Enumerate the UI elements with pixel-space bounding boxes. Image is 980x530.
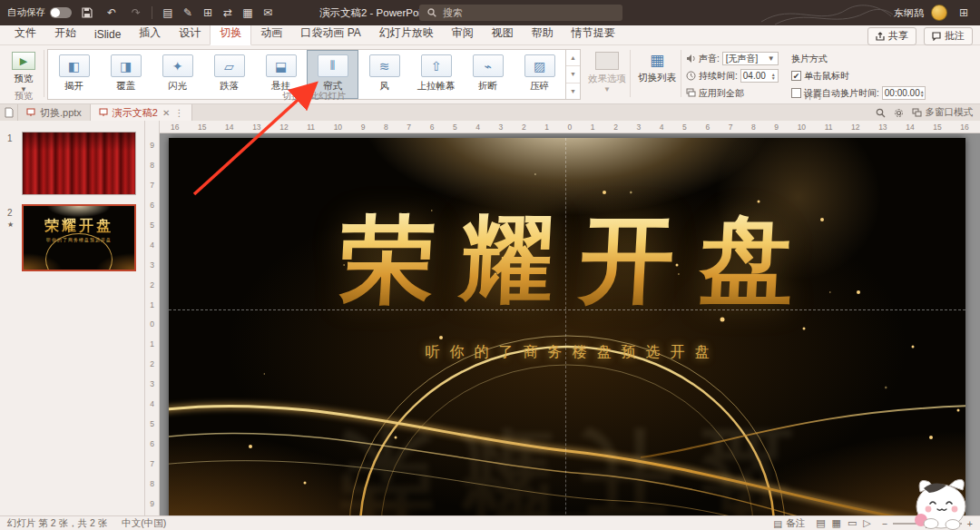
group-separator [630, 50, 631, 97]
group-label-gallery: 切换到此幻灯片 [47, 90, 581, 103]
gallery-scroll-down-icon[interactable]: ▼ [566, 66, 580, 83]
cat-sticker [906, 474, 978, 530]
window-title: 演示文稿2 - PowerPoint [319, 0, 429, 25]
reading-view-icon[interactable]: ▭ [848, 517, 857, 528]
notes-button[interactable]: ▤ 备注 [773, 517, 805, 530]
group-label-timing: 计时 [686, 90, 940, 103]
preview-icon: ▶ [12, 52, 35, 70]
slide-sorter-icon[interactable]: ▦ [832, 517, 841, 528]
duration-icon [686, 71, 696, 81]
doc-tab-tools: 多窗口模式 [876, 104, 980, 121]
on-mouse-click-checkbox[interactable]: ✔ 单击鼠标时 [791, 69, 941, 83]
smart-guide-vertical [565, 138, 566, 515]
document-tab-active[interactable]: 演示文稿2 ✕ ⋮ [91, 104, 193, 121]
advance-header: 换片方式 [791, 52, 941, 65]
transition-icon: ▱ [214, 54, 245, 77]
transition-icon: ⬓ [266, 54, 297, 77]
ribbon-display-options-icon[interactable]: ⊞ [955, 4, 973, 22]
vertical-ruler[interactable]: 9876543210123456789 [145, 121, 160, 515]
slideshow-icon[interactable]: ▷ [863, 517, 870, 528]
transition-icon: ✦ [162, 54, 193, 77]
save-icon[interactable] [78, 4, 96, 22]
multi-window-mode-button[interactable]: 多窗口模式 [912, 106, 974, 119]
language-indicator[interactable]: 中文(中国) [122, 517, 166, 530]
tab-actions: 共享 批注 [867, 27, 973, 45]
horizontal-ruler[interactable]: 1615141312111098765432101234567891011121… [160, 121, 980, 133]
ribbon-tab[interactable]: 审阅 [443, 23, 483, 44]
ribbon-tab[interactable]: iSlide [85, 25, 130, 44]
thumb-title: 荣耀开盘 [24, 217, 134, 236]
comment-icon [932, 32, 941, 41]
transition-icon: ▨ [524, 54, 555, 77]
slide-title-text[interactable]: 荣耀开盘 [169, 198, 965, 325]
slide-1-thumbnail[interactable] [22, 132, 136, 195]
slide-subtitle-text[interactable]: 听你的了商务楼盘预选开盘 [169, 343, 965, 362]
quick-access-icon[interactable]: ▦ [239, 4, 257, 22]
share-button[interactable]: 共享 [867, 27, 916, 45]
zoom-out-icon[interactable]: − [882, 518, 887, 529]
ribbon-tab[interactable]: 口袋动画 PA [291, 23, 369, 44]
slide-2-thumbnail[interactable]: 荣耀开盘 听你的了商务楼盘预选开盘 [22, 204, 136, 271]
quick-access-icon[interactable]: ▤ [159, 4, 177, 22]
gallery-scroll-up-icon[interactable]: ▲ [566, 50, 580, 66]
ribbon-tab[interactable]: 幻灯片放映 [370, 23, 443, 44]
ribbon-tab[interactable]: 设计 [170, 23, 210, 44]
quick-access-icon[interactable]: ✎ [179, 4, 197, 22]
group-label-preview: 预览 [0, 90, 47, 103]
thumb-subtitle: 听你的了商务楼盘预选开盘 [24, 237, 134, 242]
transition-icon: ◨ [111, 54, 142, 77]
settings-gear-icon[interactable] [894, 108, 904, 118]
redo-icon[interactable]: ↷ [127, 4, 145, 22]
slide-1-number: 1 [7, 133, 13, 143]
comments-button[interactable]: 批注 [924, 27, 973, 45]
ribbon-tab[interactable]: 动画 [251, 23, 291, 44]
horizontal-ruler-numbers: 1615141312111098765432101234567891011121… [160, 123, 980, 132]
transition-icon: ⇧ [421, 54, 452, 77]
effect-options-caret-icon: ▼ [603, 88, 611, 92]
user-name: 东纲鸹 [894, 6, 924, 20]
close-tab-icon[interactable]: ✕ [162, 108, 170, 118]
ribbon-tab[interactable]: 视图 [483, 23, 523, 44]
autosave-toggle[interactable]: 自动保存 [7, 6, 72, 19]
effect-options-button[interactable]: 效果选项 ▼ [586, 49, 628, 98]
quick-access-icon[interactable]: ⇄ [219, 4, 237, 22]
quick-access-toolbar: ▤✎⊞⇄▦✉ [159, 4, 277, 22]
quick-access-icon[interactable]: ✉ [259, 4, 277, 22]
slide-editing-area[interactable]: 荣耀开盘 荣耀开盘 听你的了商务楼盘预选开盘 [169, 138, 965, 515]
presentation-icon [26, 108, 35, 117]
normal-view-icon[interactable]: ▤ [816, 517, 825, 528]
sound-icon [686, 54, 696, 64]
slide-thumbnail-panel: 1 2 ★ 荣耀开盘 听你的了商务楼盘预选开盘 [0, 121, 145, 515]
ribbon-tab[interactable]: 开始 [45, 23, 85, 44]
document-tab-inactive[interactable]: 切换.pptx [18, 104, 91, 121]
ribbon-tab[interactable]: 帮助 [523, 23, 563, 44]
undo-icon[interactable]: ↶ [103, 4, 121, 22]
slide-counter: 幻灯片 第 2 张，共 2 张 [7, 517, 107, 530]
multi-window-icon [912, 108, 922, 118]
transition-list-icon: ▦ [650, 52, 664, 70]
ribbon-tab-row: 文件开始iSlide插入设计切换动画口袋动画 PA幻灯片放映审阅视图帮助情节提要 [0, 25, 980, 45]
ribbon-tab[interactable]: 情节提要 [563, 23, 624, 44]
ribbon-tab[interactable]: 文件 [5, 23, 45, 44]
view-switcher: ▤ ▦ ▭ ▷ [814, 517, 872, 529]
editing-canvas[interactable]: 荣耀开盘 荣耀开盘 听你的了商务楼盘预选开盘 [160, 133, 980, 515]
ribbon-tab[interactable]: 插入 [130, 23, 170, 44]
sound-select[interactable]: [无声音] ▼ [722, 52, 779, 65]
user-avatar[interactable] [931, 5, 947, 21]
status-bar: 幻灯片 第 2 张，共 2 张 中文(中国) ▤ 备注 ▤ ▦ ▭ ▷ − + [0, 515, 980, 530]
find-icon[interactable] [876, 108, 886, 118]
spinner-icon[interactable]: ▲▼ [771, 73, 776, 80]
transition-list-button[interactable]: ▦ 切换列表 [635, 49, 679, 98]
file-icon[interactable] [0, 104, 18, 121]
transition-icon: ⌁ [473, 54, 504, 77]
search-input[interactable]: 搜索 [419, 5, 622, 21]
autosave-switch-icon[interactable] [50, 7, 72, 18]
titlebar-decoration [757, 0, 893, 25]
title-bar: 自动保存 ↶ ↷ ▤✎⊞⇄▦✉ 演示文稿2 - PowerPoint 搜索 东纲… [0, 0, 980, 25]
checkbox-checked-icon[interactable]: ✔ [791, 71, 801, 81]
tab-menu-icon[interactable]: ⋮ [174, 108, 183, 118]
duration-input[interactable]: 04.00 ▲▼ [740, 69, 779, 83]
powerpoint-window: 自动保存 ↶ ↷ ▤✎⊞⇄▦✉ 演示文稿2 - PowerPoint 搜索 东纲… [0, 0, 980, 530]
title-reflection: 荣耀开盘 [169, 408, 965, 515]
quick-access-icon[interactable]: ⊞ [199, 4, 217, 22]
